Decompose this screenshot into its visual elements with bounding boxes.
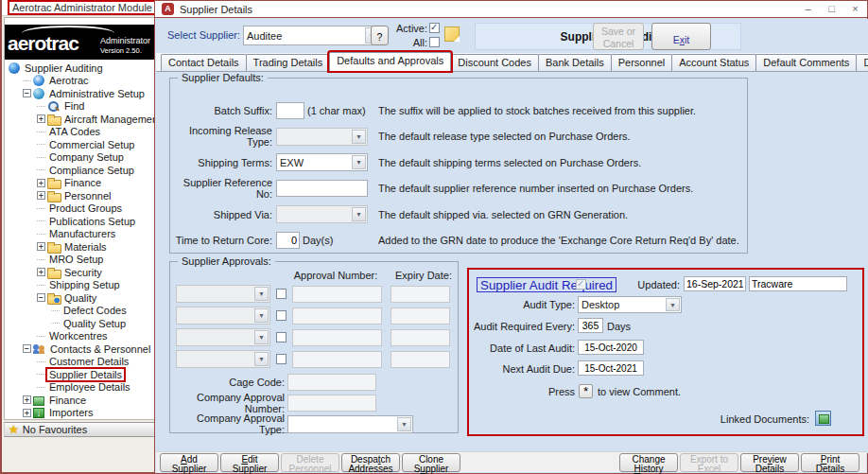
cage-code-input[interactable] [287,374,376,391]
tree-item-label[interactable]: Supplier Auditing [23,62,105,74]
add-supplier-button[interactable]: AddSupplier [160,453,218,472]
tree-item-company-setup[interactable]: Company Setup [5,151,158,165]
tree-item-label[interactable]: Customer Details [47,356,130,367]
expiry-date-input[interactable] [391,351,450,368]
save-or-cancel-button[interactable]: Save or Cancel [593,23,644,50]
tree-item-quality-setup[interactable]: Quality Setup [5,317,158,330]
tree-item-label[interactable]: ATA Codes [47,126,102,137]
company-approval-type-dropdown[interactable]: ▼ [287,415,413,433]
company-approval-number-input[interactable] [287,395,376,412]
tree-item-label[interactable]: Finance [47,395,88,406]
tree-item-label[interactable]: Publications Setup [47,216,137,227]
tree-item-label[interactable]: Product Groups [47,202,124,214]
collapse-icon[interactable]: − [23,344,31,353]
tree-item-supplier-details[interactable]: Supplier Details [5,368,158,381]
preview-details-button[interactable]: PreviewDetails [740,453,799,472]
tree-item-compliance-setup[interactable]: Compliance Setup [5,164,158,177]
approval-type-dropdown[interactable]: ▼ [176,307,270,325]
tree-item-label[interactable]: Materials [62,241,109,253]
tree-item-aircraft-management[interactable]: +Aircraft Management [5,113,158,126]
maximize-button[interactable]: □ [820,1,843,17]
tab-contact-details[interactable]: Contact Details [161,54,247,71]
chevron-down-icon[interactable]: ▼ [254,308,269,323]
despatch-addresses-button[interactable]: DespatchAddresses [341,453,400,472]
tree-item-workcentres[interactable]: Workcentres [5,330,158,343]
note-icon[interactable] [444,26,460,42]
next-audit-due-input[interactable] [578,360,644,376]
tree-item-label[interactable]: Contacts & Personnel [48,343,152,355]
tree-item-label[interactable]: Manufacturers [47,228,117,239]
tree-item-label[interactable]: Supplier Details [47,369,124,380]
tree-item-product-groups[interactable]: Product Groups [5,202,158,216]
date-of-last-audit-input[interactable] [578,340,644,355]
expiry-date-input[interactable] [391,286,450,303]
tab-personnel[interactable]: Personnel [611,54,673,71]
tree-item-finance[interactable]: +Finance [5,394,158,407]
tree-item-label[interactable]: Aircraft Management [62,114,158,125]
approval-checkbox[interactable] [276,354,286,364]
tree-item-label[interactable]: Quality [62,292,98,304]
tree-item-label[interactable]: Defect Codes [61,305,129,316]
approval-number-input[interactable] [292,351,382,368]
expiry-date-input[interactable] [391,307,450,325]
favourites-bar[interactable]: ★ No Favourites [4,422,159,437]
shipped-via-dropdown[interactable]: ▼ [276,205,368,223]
tree-item-personnel[interactable]: +Personnel [5,189,158,202]
tree-item-contacts-and-personnel[interactable]: −Contacts & Personnel [5,342,158,356]
expand-icon[interactable]: + [37,268,45,276]
expand-icon[interactable]: + [37,179,45,187]
tree-item-label[interactable]: Quality Setup [61,318,128,329]
tree-item-mro-setup[interactable]: MRO Setup [5,254,158,267]
approval-type-dropdown[interactable]: ▼ [176,328,270,346]
tree-item-label[interactable]: Aerotrac [47,75,91,86]
tree-item-label[interactable]: Employee Details [47,381,132,393]
expand-icon[interactable]: + [37,191,45,200]
tree-item-label[interactable]: Importers [47,407,95,418]
approval-number-input[interactable] [292,307,382,325]
tree-item-miscellaneous[interactable]: +Miscellaneous [5,419,158,420]
all-checkbox[interactable] [429,37,440,47]
expiry-date-input[interactable] [391,329,450,346]
chevron-down-icon[interactable]: ▼ [254,352,269,366]
updated-by-input[interactable] [749,276,847,291]
delete-personnel-button[interactable]: DeletePersonnel [281,453,339,472]
tree-item-manufacturers[interactable]: Manufacturers [5,228,158,241]
tab-diary[interactable]: Diary [856,54,868,71]
batch-suffix-input[interactable] [276,102,304,119]
audit-type-dropdown[interactable]: Desktop ▼ [578,296,682,313]
chevron-down-icon[interactable]: ▼ [666,298,680,311]
chevron-down-icon[interactable]: ▼ [352,207,366,221]
tree-item-ata-codes[interactable]: ATA Codes [5,126,158,139]
approval-checkbox[interactable] [276,332,286,342]
chevron-down-icon[interactable]: ▼ [254,287,269,301]
expand-icon[interactable]: + [23,395,31,404]
tree-item-employee-details[interactable]: Employee Details [5,381,158,395]
tree-item-administrative-setup[interactable]: −Administrative Setup [5,87,158,100]
incoming-release-type-dropdown[interactable]: ▼ [276,128,368,146]
tab-discount-codes[interactable]: Discount Codes [450,54,539,71]
approval-number-input[interactable] [292,329,382,346]
tab-default-comments[interactable]: Default Comments [755,54,857,71]
tree-item-defect-codes[interactable]: Defect Codes [5,305,158,318]
time-to-return-core-input[interactable] [276,232,300,249]
view-comment-button[interactable]: * [579,384,593,398]
tree-item-publications-setup[interactable]: Publications Setup [5,215,158,228]
linked-documents-icon[interactable] [815,411,831,426]
collapse-icon[interactable]: − [37,293,45,302]
tree-item-label[interactable]: Find [62,100,86,112]
updated-date-input[interactable] [684,276,746,291]
expand-icon[interactable]: + [23,409,31,417]
tree-item-security[interactable]: +Security [5,266,158,279]
tree-item-materials[interactable]: +Materials [5,240,158,254]
chevron-down-icon[interactable]: ▼ [254,330,269,344]
select-supplier-combo[interactable]: Auditee ▼ [243,26,381,45]
approval-checkbox[interactable] [276,289,286,299]
tree-item-label[interactable]: Company Setup [47,151,126,163]
tree-item-supplier-auditing[interactable]: Supplier Auditing [5,61,158,75]
approval-checkbox[interactable] [276,310,286,321]
print-details-button[interactable]: PrintDetails [801,453,859,472]
clone-supplier-button[interactable]: CloneSupplier [402,453,460,472]
tree-item-find[interactable]: Find [5,100,158,114]
approval-type-dropdown[interactable]: ▼ [176,285,270,303]
tree-item-quality[interactable]: −Quality [5,291,158,305]
